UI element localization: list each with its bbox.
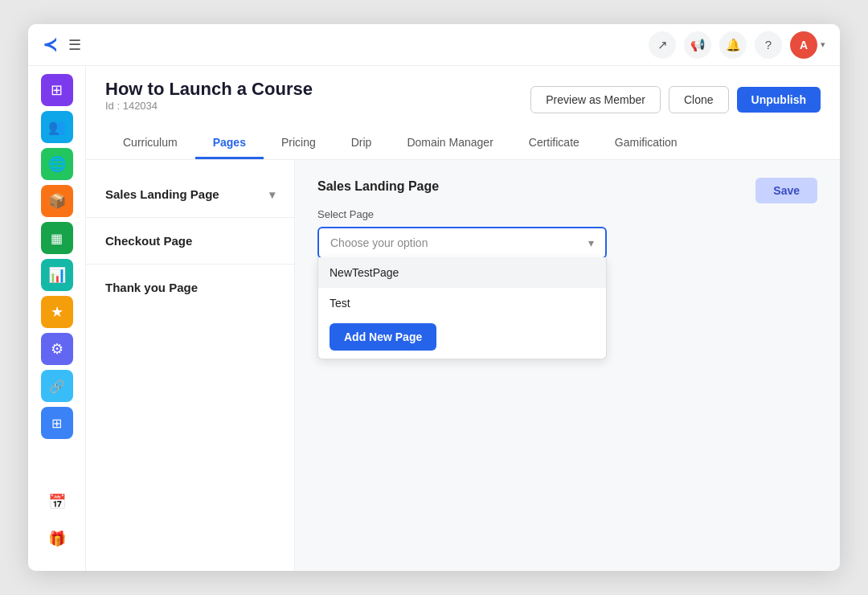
dropdown-trigger[interactable]: Choose your option ▾ [317, 227, 607, 259]
tab-pricing[interactable]: Pricing [264, 128, 334, 159]
dropdown-item-test[interactable]: Test [318, 288, 606, 318]
sales-chevron-icon: ▾ [269, 188, 275, 201]
page-body: Sales Landing Page ▾ Checkout Page Thank… [86, 160, 840, 571]
sidebar-icon-chart[interactable]: 📊 [41, 259, 73, 291]
avatar: A [790, 31, 817, 59]
sales-landing-label: Sales Landing Page [105, 187, 219, 201]
top-bar: ≺ ☰ ↗ 📢 🔔 ? A ▾ [28, 24, 840, 66]
tab-drip[interactable]: Drip [334, 128, 390, 159]
unpublish-button[interactable]: Unpublish [737, 87, 821, 113]
tab-gamification[interactable]: Gamification [597, 128, 695, 159]
external-link-icon: ↗ [657, 38, 668, 52]
tab-certificate[interactable]: Certificate [511, 128, 597, 159]
section-title: Sales Landing Page [317, 179, 817, 194]
help-button[interactable]: ? [755, 31, 782, 59]
thankyou-label: Thank you Page [105, 281, 198, 294]
top-bar-right: ↗ 📢 🔔 ? A ▾ [649, 31, 825, 59]
sidebar-icon-connect[interactable]: 🔗 [41, 370, 73, 402]
sidebar-icon-gift[interactable]: 🎁 [41, 523, 73, 555]
right-panel: Sales Landing Page Save Select Page Choo… [295, 160, 840, 571]
tab-curriculum[interactable]: Curriculum [105, 128, 195, 159]
left-panel-item-sales[interactable]: Sales Landing Page ▾ [86, 176, 294, 212]
course-id: Id : 142034 [105, 100, 313, 112]
sidebar-bottom: 📅 🎁 [41, 486, 73, 563]
menu-button[interactable]: ☰ [68, 36, 81, 54]
dropdown-menu: NewTestPage Test Add New Page [317, 257, 607, 359]
left-panel: Sales Landing Page ▾ Checkout Page Thank… [86, 160, 295, 571]
page-select-dropdown[interactable]: Choose your option ▾ NewTestPage Test Ad… [317, 227, 607, 259]
add-page-btn-wrapper: Add New Page [318, 318, 606, 359]
sidebar-icon-apps[interactable]: ⊞ [41, 407, 73, 439]
sidebar-icon-calendar[interactable]: 📅 [41, 486, 73, 518]
sidebar-icon-table[interactable]: ▦ [41, 222, 73, 254]
left-panel-item-checkout[interactable]: Checkout Page [86, 223, 294, 259]
panel-divider [86, 217, 294, 218]
megaphone-icon: 📢 [690, 38, 706, 52]
sidebar-icon-globe[interactable]: 🌐 [41, 148, 73, 180]
header-actions: Preview as Member Clone Unpublish [530, 86, 821, 113]
dropdown-placeholder: Choose your option [330, 236, 428, 249]
sidebar-icon-box[interactable]: 📦 [41, 185, 73, 217]
course-header: How to Launch a Course Id : 142034 Previ… [86, 66, 840, 160]
megaphone-button[interactable]: 📢 [684, 31, 711, 59]
notification-button[interactable]: 🔔 [719, 31, 747, 59]
main-layout: ⊞ 👥 🌐 📦 ▦ 📊 ★ ⚙ 🔗 ⊞ 📅 🎁 How to Launch a [28, 66, 840, 571]
clone-button[interactable]: Clone [669, 86, 729, 113]
bell-icon: 🔔 [726, 38, 741, 52]
tabs: Curriculum Pages Pricing Drip Domain Man… [105, 128, 821, 159]
panel-divider-2 [86, 264, 294, 265]
tab-pages[interactable]: Pages [195, 128, 264, 159]
tab-domain-manager[interactable]: Domain Manager [389, 128, 510, 159]
help-icon: ? [765, 38, 772, 51]
sidebar-icon-grid[interactable]: ⊞ [41, 74, 73, 106]
external-link-button[interactable]: ↗ [649, 31, 676, 59]
avatar-chevron-icon: ▾ [821, 39, 825, 50]
add-new-page-button[interactable]: Add New Page [330, 323, 436, 351]
content-area: How to Launch a Course Id : 142034 Previ… [86, 66, 840, 571]
avatar-menu[interactable]: A ▾ [790, 31, 825, 59]
select-page-label: Select Page [317, 208, 817, 220]
top-bar-left: ≺ ☰ [43, 35, 81, 55]
preview-member-button[interactable]: Preview as Member [530, 86, 661, 113]
course-header-top: How to Launch a Course Id : 142034 Previ… [105, 79, 821, 120]
dropdown-item-newtestpage[interactable]: NewTestPage [318, 257, 606, 288]
sidebar-icon-settings[interactable]: ⚙ [41, 333, 73, 365]
left-panel-item-thankyou[interactable]: Thank you Page [86, 269, 294, 306]
save-button[interactable]: Save [755, 178, 817, 203]
logo-icon: ≺ [43, 35, 57, 55]
checkout-label: Checkout Page [105, 234, 192, 248]
sidebar: ⊞ 👥 🌐 📦 ▦ 📊 ★ ⚙ 🔗 ⊞ 📅 🎁 [28, 66, 86, 571]
course-title-block: How to Launch a Course Id : 142034 [105, 79, 313, 120]
app-window: ≺ ☰ ↗ 📢 🔔 ? A ▾ ⊞ 👥 🌐 [28, 24, 840, 571]
sidebar-icon-star[interactable]: ★ [41, 296, 73, 328]
dropdown-chevron-icon: ▾ [588, 236, 594, 249]
course-title: How to Launch a Course [105, 79, 313, 100]
sidebar-icon-users[interactable]: 👥 [41, 111, 73, 143]
